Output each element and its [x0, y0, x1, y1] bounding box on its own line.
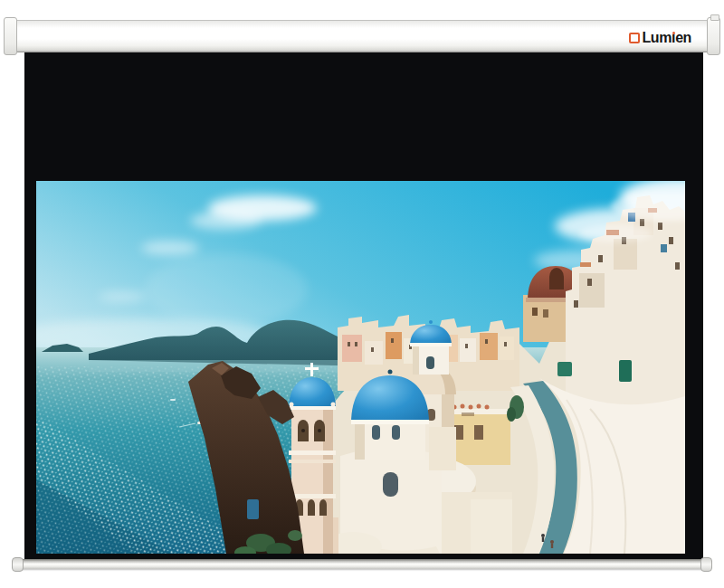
weight-bar-cap-right: [700, 557, 712, 572]
casing-end-cap-left: [4, 17, 17, 55]
product-photo: Lumıen: [0, 0, 724, 588]
logo-letter-i: ı: [672, 31, 675, 45]
blue-door: [247, 499, 259, 519]
screen-casing: [6, 20, 718, 52]
brand-logo: Lumıen: [629, 31, 692, 45]
weight-bar-cap-left: [12, 557, 24, 572]
casing-end-cap-right: [707, 17, 720, 55]
brand-logo-text: Lumıen: [643, 31, 692, 45]
santorini-scene: [36, 181, 685, 554]
logo-part-pre: Lum: [643, 31, 672, 45]
green-gate: [557, 362, 572, 376]
green-door: [619, 360, 632, 382]
weight-bar: [15, 559, 709, 569]
lumien-square-icon: [629, 33, 640, 43]
logo-part-post: en: [675, 31, 691, 45]
projected-image: [36, 181, 685, 554]
